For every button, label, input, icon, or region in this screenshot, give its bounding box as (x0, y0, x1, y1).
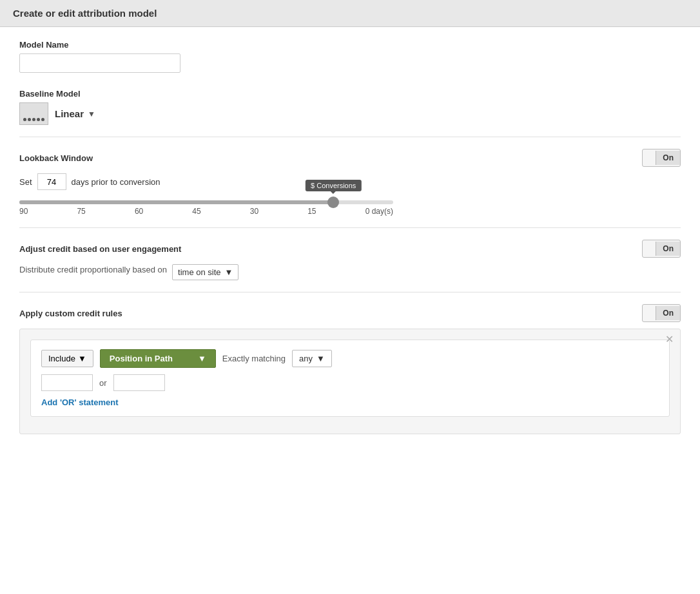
slider-label-90: 90 (19, 207, 28, 216)
or-label: or (99, 378, 107, 388)
lookback-window-toggle-on: On (656, 151, 680, 165)
baseline-model-icon (19, 102, 48, 125)
baseline-model-value: Linear (55, 108, 84, 119)
exactly-matching-label: Exactly matching (222, 354, 286, 363)
include-dropdown-arrow-icon: ▼ (78, 354, 86, 363)
baseline-model-arrow-icon: ▼ (88, 110, 95, 119)
lookback-window-toggle[interactable]: On (642, 149, 681, 167)
include-label: Include (48, 354, 75, 363)
or-input-right[interactable] (113, 374, 165, 391)
page-title: Create or edit attribution model (0, 0, 700, 27)
slider-thumb[interactable] (327, 196, 339, 208)
divider-3 (19, 292, 681, 292)
baseline-model-dropdown[interactable]: Linear ▼ (55, 108, 95, 119)
toggle-off-label (643, 155, 656, 160)
lookback-window-title: Lookback Window (19, 153, 93, 163)
engagement-title: Adjust credit based on user engagement (19, 244, 181, 254)
slider-label-75: 75 (77, 207, 85, 216)
engagement-metric-value: time on site (178, 267, 220, 277)
model-name-label: Model Name (19, 40, 681, 50)
custom-rules-body: ✕ Include ▼ Position in Path ▼ Exactly m… (19, 329, 681, 434)
model-name-input[interactable] (19, 53, 180, 73)
baseline-model-label: Baseline Model (19, 89, 681, 99)
custom-rules-toggle-off (643, 311, 656, 316)
engagement-metric-arrow-icon: ▼ (225, 267, 233, 277)
include-button[interactable]: Include ▼ (41, 350, 93, 367)
any-value: any (299, 354, 313, 363)
engagement-metric-dropdown[interactable]: time on site ▼ (172, 264, 238, 280)
engagement-toggle-on: On (656, 242, 680, 256)
or-input-left[interactable] (41, 374, 93, 391)
lookback-slider-track[interactable]: $ Conversions (19, 200, 393, 204)
set-label: Set (19, 177, 32, 187)
position-dropdown-arrow-icon: ▼ (198, 354, 206, 363)
slider-label-60: 60 (135, 207, 143, 216)
slider-label-45: 45 (192, 207, 200, 216)
lookback-days-input[interactable] (37, 173, 66, 190)
engagement-description: Distribute credit proportionally based o… (19, 265, 167, 274)
slider-tooltip: $ Conversions (306, 180, 361, 191)
custom-rules-toggle-on: On (656, 306, 680, 320)
slider-fill (19, 200, 333, 204)
custom-rules-toggle[interactable]: On (642, 304, 681, 322)
any-dropdown[interactable]: any ▼ (292, 350, 332, 367)
or-row: or (41, 374, 659, 391)
position-in-path-label: Position in Path (110, 354, 173, 363)
divider-1 (19, 137, 681, 137)
add-or-statement-link[interactable]: Add 'OR' statement (41, 398, 119, 407)
engagement-toggle[interactable]: On (642, 240, 681, 258)
engagement-toggle-off (643, 246, 656, 251)
custom-rules-title: Apply custom credit rules (19, 309, 122, 318)
divider-2 (19, 227, 681, 228)
days-suffix: days prior to conversion (72, 177, 160, 187)
close-icon[interactable]: ✕ (665, 334, 674, 345)
slider-label-30: 30 (250, 207, 258, 216)
any-arrow-icon: ▼ (316, 354, 325, 363)
position-in-path-button[interactable]: Position in Path ▼ (100, 349, 216, 368)
slider-label-15: 15 (307, 207, 316, 216)
slider-label-0: 0 day(s) (365, 207, 393, 216)
rule-row: Include ▼ Position in Path ▼ Exactly mat… (41, 349, 659, 368)
slider-labels: 90 75 60 45 30 15 0 day(s) (19, 207, 393, 216)
rule-box: Include ▼ Position in Path ▼ Exactly mat… (30, 340, 670, 417)
